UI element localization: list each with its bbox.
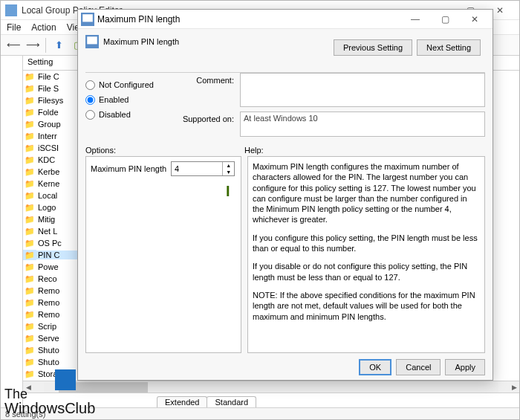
up-icon[interactable]: ⬆ xyxy=(51,37,67,54)
folder-icon xyxy=(23,238,36,248)
help-label: Help: xyxy=(244,146,485,155)
comment-field[interactable] xyxy=(240,73,485,107)
supported-value: At least Windows 10 xyxy=(240,112,485,137)
tabs-bar: Extended Standard xyxy=(23,392,519,407)
lower-grid: Maximum PIN length ▲ ▼ Maximum PIN lengt… xyxy=(85,156,485,353)
svg-rect-1 xyxy=(82,14,93,22)
tab-standard[interactable]: Standard xyxy=(207,396,256,407)
tab-extended[interactable]: Extended xyxy=(157,396,207,407)
dialog-maximize-icon[interactable]: ▢ xyxy=(430,10,460,28)
back-icon[interactable]: ⟵ xyxy=(5,37,22,54)
folder-icon xyxy=(23,214,36,224)
help-paragraph: Maximum PIN length configures the maximu… xyxy=(253,161,480,225)
radio-disabled-label: Disabled xyxy=(99,110,131,119)
folder-icon xyxy=(23,333,36,343)
app-icon xyxy=(5,4,17,16)
menu-action[interactable]: Action xyxy=(31,22,56,33)
pin-length-input[interactable] xyxy=(172,162,222,175)
help-paragraph: If you disable or do not configure this … xyxy=(253,261,480,282)
folder-icon xyxy=(23,95,36,106)
policy-dialog: Maximum PIN length — ▢ ✕ Maximum PIN len… xyxy=(77,9,493,381)
top-grid: Not Configured Enabled Disabled Comment: xyxy=(85,73,485,141)
folder-icon xyxy=(23,202,36,213)
pin-length-spinner[interactable]: ▲ ▼ xyxy=(171,161,235,176)
dialog-content: Maximum PIN length Previous Setting Next… xyxy=(78,29,493,380)
folder-icon xyxy=(23,226,36,236)
ok-button[interactable]: OK xyxy=(359,359,391,375)
folder-icon xyxy=(23,119,36,129)
folder-icon xyxy=(23,155,36,165)
folder-icon xyxy=(23,262,36,272)
dialog-minimize-icon[interactable]: — xyxy=(400,10,430,28)
folder-icon xyxy=(23,83,36,94)
tree-pane[interactable] xyxy=(1,56,23,407)
folder-icon xyxy=(23,345,36,355)
radio-group: Not Configured Enabled Disabled xyxy=(85,73,175,141)
folder-icon xyxy=(23,143,36,153)
status-bar: 8 setting(s) xyxy=(1,407,519,419)
help-paragraph: If you configure this policy setting, th… xyxy=(253,233,480,254)
radio-not-configured-label: Not Configured xyxy=(99,80,154,89)
radio-enabled-label: Enabled xyxy=(99,95,129,104)
folder-icon xyxy=(23,178,36,189)
spinner-up-icon[interactable]: ▲ xyxy=(223,162,234,169)
radio-not-configured[interactable]: Not Configured xyxy=(85,77,175,92)
scroll-thumb[interactable] xyxy=(59,382,148,392)
folder-icon xyxy=(23,309,36,320)
option-label: Maximum PIN length xyxy=(91,164,166,173)
scroll-right-icon[interactable]: ▶ xyxy=(509,382,519,392)
cancel-button[interactable]: Cancel xyxy=(396,359,441,375)
comment-label: Comment: xyxy=(175,73,234,85)
options-label: Options: xyxy=(85,146,244,155)
dialog-titlebar: Maximum PIN length — ▢ ✕ xyxy=(78,10,493,29)
next-setting-button[interactable]: Next Setting xyxy=(417,39,481,56)
svg-rect-3 xyxy=(87,36,97,44)
prev-setting-button[interactable]: Previous Setting xyxy=(334,39,412,56)
scroll-track[interactable] xyxy=(44,382,498,392)
dialog-title-text: Maximum PIN length xyxy=(97,14,180,25)
folder-icon xyxy=(23,321,36,332)
forward-icon[interactable]: ⟶ xyxy=(25,37,41,54)
folder-icon xyxy=(23,167,36,177)
options-box: Maximum PIN length ▲ ▼ xyxy=(85,156,241,353)
policy-icon xyxy=(85,35,99,48)
folder-icon xyxy=(23,250,36,260)
status-text: 8 setting(s) xyxy=(5,410,45,419)
folder-icon xyxy=(23,190,36,201)
apply-button[interactable]: Apply xyxy=(445,359,485,375)
radio-not-configured-input[interactable] xyxy=(85,80,95,90)
radio-enabled[interactable]: Enabled xyxy=(85,92,175,107)
supported-label: Supported on: xyxy=(175,112,234,123)
menu-file[interactable]: File xyxy=(7,22,21,33)
folder-icon xyxy=(23,274,36,284)
help-box[interactable]: Maximum PIN length configures the maximu… xyxy=(247,156,485,353)
dialog-actions: OK Cancel Apply xyxy=(85,353,485,375)
folder-icon xyxy=(23,285,36,296)
hscrollbar[interactable]: ◀ ▶ xyxy=(23,381,519,392)
folder-icon xyxy=(23,107,36,117)
radio-disabled-input[interactable] xyxy=(85,110,95,120)
folder-icon xyxy=(23,71,36,82)
dialog-close-icon[interactable]: ✕ xyxy=(460,10,490,28)
folder-icon xyxy=(23,297,36,308)
dialog-heading-text: Maximum PIN length xyxy=(103,37,179,46)
dialog-icon xyxy=(81,13,94,26)
help-paragraph: NOTE: If the above specified conditions … xyxy=(253,290,480,322)
scroll-left-icon[interactable]: ◀ xyxy=(23,382,33,392)
radio-enabled-input[interactable] xyxy=(85,95,95,105)
folder-icon xyxy=(23,369,36,379)
folder-icon xyxy=(23,357,36,367)
folder-icon xyxy=(23,131,36,141)
radio-disabled[interactable]: Disabled xyxy=(85,107,175,122)
spinner-down-icon[interactable]: ▼ xyxy=(223,169,234,175)
